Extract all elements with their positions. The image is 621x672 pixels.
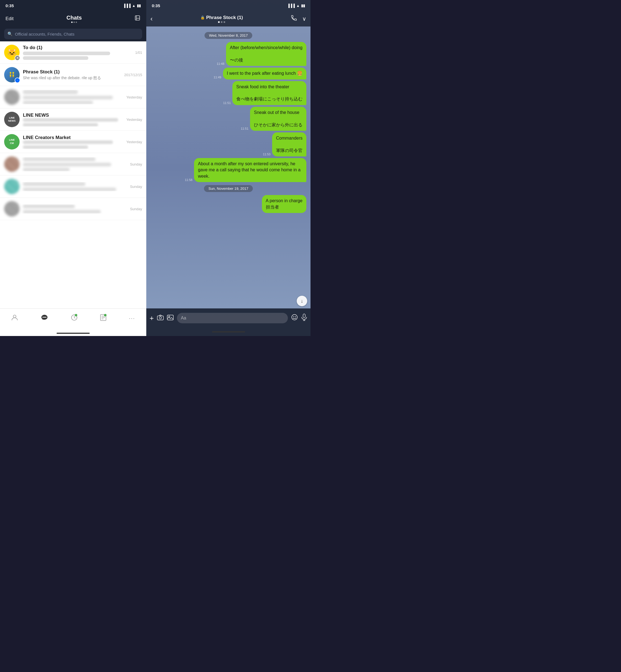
right-battery-icon: ▮▮ [301,4,305,8]
svg-point-18 [293,316,294,317]
tab-contacts[interactable] [11,314,18,323]
chat-name-todo: To do (1) [23,45,132,50]
tab-chats[interactable] [41,314,48,323]
call-button[interactable] [291,15,297,23]
preview-creators [23,140,123,149]
contacts-icon [11,314,18,323]
chat-time-todo: 1/01 [135,50,142,55]
message-time-1158: 11:58 [185,178,193,181]
svg-rect-0 [135,16,140,20]
chat-item-todo[interactable]: 🐱 ✕ To do (1) 1/01 [0,41,146,64]
preview-line-news [23,118,123,127]
message-time-1153: 11:53 [263,152,271,156]
chat-time-3: Yesterday [126,95,142,99]
chat-content-todo: To do (1) [19,45,135,60]
tab-more[interactable]: ··· [129,315,135,321]
chat-meta-line-news: Yesterday [126,118,142,122]
svg-point-3 [13,315,16,318]
message-row-7: A person in charge担当者 [151,195,306,213]
chat-item-3[interactable]: Yesterday [0,86,146,108]
chat-item-phrase-stock[interactable]: 👷👷👷👷 → Phrase Stock (1) She was riled up… [0,64,146,86]
edit-button[interactable]: Edit [5,16,13,21]
search-bar[interactable]: 🔍 Official accounts, Friends, Chats [4,29,142,39]
chat-item-6[interactable]: Sunday [0,153,146,175]
left-time: 0:35 [5,3,14,8]
camera-button[interactable] [157,314,164,322]
chat-preview-phrase: She was riled up after the debate. rile … [23,76,121,81]
message-row-4: 11:51 Sneak out of the houseひそかに家から外に出る [151,107,306,131]
more-down-button[interactable]: ∨ [302,15,306,22]
dot-2 [221,21,222,23]
image-button[interactable] [167,314,174,322]
chat-name-line-news: LINE NEWS [23,113,123,118]
scroll-to-bottom-button[interactable]: ↓ [297,296,307,306]
messages-area: Wed, November 8, 2017 11:48 After (befor… [146,27,310,308]
left-status-bar: 0:35 ▐▐▐ ▲ ▮▮ [0,0,146,11]
left-home-area [0,330,146,336]
avatar-creators: LINECM [4,134,19,149]
tab-bar: ··· [0,308,146,330]
plus-button[interactable]: + [150,314,154,322]
chat-title-name: 🔒 Phrase Stock (1) [200,15,243,20]
date-label-nov8: Wed, November 8, 2017 [205,32,252,39]
bubble-2: I went to the park after eating lunch 🍔 [223,68,306,79]
chat-content-phrase: Phrase Stock (1) She was riled up after … [19,69,124,81]
chat-meta-phrase: 2017/12/15 [124,73,142,77]
chat-item-8[interactable]: Sunday [0,198,146,220]
left-status-icons: ▐▐▐ ▲ ▮▮ [123,4,141,8]
message-row-1: 11:48 After (before/when/since/while) do… [151,42,306,66]
svg-point-16 [169,316,170,317]
right-time: 0:35 [152,3,160,8]
chat-time-6: Sunday [130,162,142,166]
right-status-bar: 0:35 ▐▐▐ ▲ ▮▮ [146,0,310,11]
right-signal-icon: ▐▐▐ [287,4,295,8]
search-icon: 🔍 [7,32,13,36]
tab-notes[interactable] [100,314,107,323]
chat-meta-6: Sunday [130,162,142,166]
chats-icon [41,314,48,323]
right-panel: 0:35 ▐▐▐ ▲ ▮▮ ‹ 🔒 Phrase Stock (1) [146,0,310,336]
back-button[interactable]: ‹ [151,15,153,23]
chat-list: 🐱 ✕ To do (1) 1/01 👷👷👷👷 [0,41,146,308]
chat-content-8 [19,205,130,214]
dot-1 [218,21,220,23]
chat-item-creators[interactable]: LINECM LINE Creators Market Yesterday [0,131,146,153]
title-dot-2 [73,21,75,23]
notes-badge [104,314,107,316]
compose-button[interactable] [135,15,141,23]
svg-point-6 [44,317,45,318]
wifi-icon: ▲ [132,4,135,8]
phrase-stock-badge: → [15,78,20,83]
svg-point-14 [159,317,161,319]
bubble-1: After (before/when/since/while) doing〜の後 [226,42,306,66]
date-label-nov19: Sun, November 19, 2017 [204,185,253,192]
mic-button[interactable] [301,314,307,322]
message-input[interactable]: Aa [177,313,288,323]
chat-item-line-news[interactable]: LINENEWS LINE NEWS Yesterday [0,108,146,131]
avatar-6 [4,156,19,172]
bubble-5: Commanders軍隊の司令官 [272,132,306,156]
svg-point-5 [42,317,44,318]
left-home-indicator [56,333,90,334]
battery-icon: ▮▮ [137,4,141,8]
preview-3 [23,96,123,104]
left-nav-bar: Edit Chats [0,11,146,27]
emoji-button[interactable] [291,314,298,322]
right-home-area [146,328,310,336]
chat-meta-8: Sunday [130,207,142,211]
chat-time-line-news: Yesterday [126,118,142,122]
svg-point-7 [45,317,46,318]
tab-timeline[interactable] [71,314,78,323]
left-panel: 0:35 ▐▐▐ ▲ ▮▮ Edit Chats 🔍 Offi [0,0,146,336]
message-row-5: 11:53 Commanders軍隊の司令官 [151,132,306,156]
svg-rect-20 [303,314,305,318]
chat-time-phrase: 2017/12/15 [124,73,142,77]
chat-time-7: Sunday [130,185,142,189]
dot-3 [223,21,225,23]
message-row-3: 11:51 Sneak food into the theater食べ物を劇場に… [151,81,306,105]
message-row-6: 11:58 About a month after my son entered… [151,158,306,182]
search-placeholder: Official accounts, Friends, Chats [15,32,75,36]
chat-item-7[interactable]: Sunday [0,175,146,198]
chat-title-area: 🔒 Phrase Stock (1) [155,15,288,23]
message-time-1148: 11:48 [217,62,224,65]
